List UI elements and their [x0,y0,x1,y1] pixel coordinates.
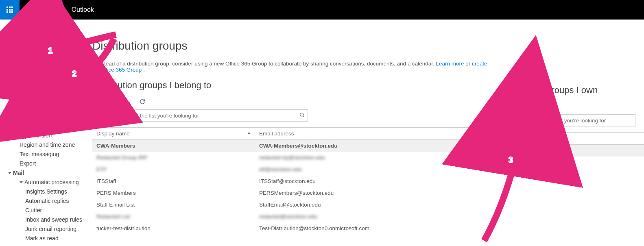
sidebar-item-auto-replies[interactable]: Automatic replies [0,196,87,205]
own-search[interactable] [499,114,635,126]
search-icon[interactable] [297,112,308,119]
svg-line-1 [303,115,305,117]
caret-down-icon [8,172,11,174]
col-display-name[interactable]: Display name▲ [92,128,255,140]
refresh-button[interactable] [139,98,146,105]
annotation-1: 1 [48,46,52,55]
col-display-name[interactable]: Display name [499,133,644,145]
table-row[interactable]: Redacted Listredacted@stockton.edu [92,211,491,222]
sidebar-item-region-timezone[interactable]: Region and time zone [0,140,87,149]
sidebar-general-label: General [13,48,34,54]
annotation-2: 2 [72,69,76,78]
brand-separator [65,4,65,15]
waffle-icon [7,7,13,13]
leave-button[interactable] [123,98,131,105]
info-text: Instead of a distribution group, conside… [97,61,436,67]
arrow-left-icon [6,27,11,32]
sidebar-item-clutter[interactable]: Clutter [0,205,87,215]
sidebar-item-insights[interactable]: Insights Settings [0,187,87,196]
cell-email: StaffEmail@stockton.edu [255,199,491,211]
table-row[interactable]: ETFetf@stockton.edu [92,163,491,175]
own-search-input[interactable] [500,118,635,124]
cell-name: Redacted Group IRP [92,152,255,163]
cell-name: ITSStaff [92,175,255,187]
sidebar-auto-proc-label: Automatic processing [24,179,79,185]
table-row[interactable]: tucker-test-distributionTest-Distributio… [92,222,491,234]
sidebar-item-my-account[interactable]: My account [0,56,87,65]
back-button[interactable] [4,25,13,34]
add-button[interactable] [499,103,506,110]
table-row[interactable]: PERS MembersPERSMembers@stockton.edu [92,187,491,199]
sidebar-item-inbox-rules[interactable]: Inbox and sweep rules [0,215,87,224]
sidebar-item-manage-addins[interactable]: Manage add-ins [0,93,87,102]
brand-label[interactable]: Office 365 [28,6,58,13]
table-row[interactable]: Redacted Group IRPredacted-irp@stockton.… [92,152,491,163]
sidebar-general[interactable]: General [0,46,87,56]
group-remove-icon [123,98,131,105]
col-email[interactable]: Email address [255,128,491,140]
cell-email: PERSMembers@stockton.edu [255,187,491,199]
sidebar-shortcuts[interactable]: Shortcuts [0,37,87,46]
own-table: Display name tucker-test-distribution [499,132,644,157]
table-row[interactable]: Staff E-mail ListStaffEmail@stockton.edu [92,199,491,211]
app-launcher-button[interactable] [0,0,20,20]
sidebar-mail[interactable]: Mail [0,168,87,177]
pencil-icon [515,103,522,110]
delete-button[interactable] [530,103,537,110]
edit-button[interactable] [92,98,100,105]
info-mid: or [464,61,472,67]
sidebar-item-accessibility-settings[interactable]: Accessibility settings [0,121,87,131]
group-add-icon [108,98,115,105]
sidebar-item-junk[interactable]: Junk email reporting [0,224,87,233]
learn-more-link[interactable]: Learn more [436,61,464,67]
trash-icon [530,103,537,110]
cell-name: ETF [92,163,255,175]
options-sidebar: Shortcuts General My account Change them… [0,37,87,246]
belong-heading: Distribution groups I belong to [92,80,491,91]
pencil-icon [92,98,100,105]
sidebar-item-mobile-devices[interactable]: Mobile devices [0,102,87,112]
caret-down-icon [8,50,11,52]
sidebar-item-light-version[interactable]: Light version [0,131,87,140]
refresh-icon [546,103,553,110]
cell-email: etf@stockton.edu [255,163,491,175]
cell-name: PERS Members [92,187,255,199]
app-name-label[interactable]: Outlook [72,6,94,13]
cell-name: tucker-test-distribution [499,145,644,157]
own-heading: Distribution groups I own [499,85,644,96]
own-toolbar [499,103,644,110]
cell-name: Redacted List [92,211,255,222]
belong-toolbar [92,98,491,105]
sidebar-item-keyboard-shortcuts[interactable]: Keyboard shortcuts [0,84,87,93]
svg-point-0 [300,113,303,116]
cell-name: CWA-Members [92,140,255,152]
main-content: Distribution groups Instead of a distrib… [87,37,644,246]
sidebar-item-export[interactable]: Export [0,159,87,168]
sidebar-item-offline-settings[interactable]: Offline settings [0,112,87,121]
page-title: Distribution groups [92,39,491,52]
sidebar-automatic-processing[interactable]: Automatic processing [0,177,87,187]
refresh-button[interactable] [546,103,553,110]
table-row[interactable]: CWA-MembersCWA-Members@stockton.edu [92,140,491,152]
caret-down-icon [20,181,23,183]
cell-name: tucker-test-distribution [92,222,255,234]
belong-search-input[interactable] [93,113,297,119]
belong-search[interactable] [92,109,308,122]
belong-table: Display name▲ Email address CWA-MembersC… [92,127,491,234]
plus-icon [499,103,506,110]
info-post: . [142,67,145,73]
cell-email: CWA-Members@stockton.edu [255,140,491,152]
table-row[interactable]: ITSStaffITSStaff@stockton.edu [92,175,491,187]
sidebar-item-text-messaging[interactable]: Text messaging [0,149,87,159]
options-label: Options [15,24,44,34]
bullet-icon [92,63,94,65]
annotation-3: 3 [509,155,513,165]
sidebar-item-mark-read[interactable]: Mark as read [0,233,87,243]
table-row[interactable]: tucker-test-distribution [499,145,644,157]
edit-button[interactable] [515,103,522,110]
cell-email: ITSStaff@stockton.edu [255,175,491,187]
cell-email: redacted-irp@stockton.edu [255,152,491,163]
join-button[interactable] [108,98,115,105]
refresh-icon [139,98,146,105]
sidebar-mail-label: Mail [13,170,24,176]
